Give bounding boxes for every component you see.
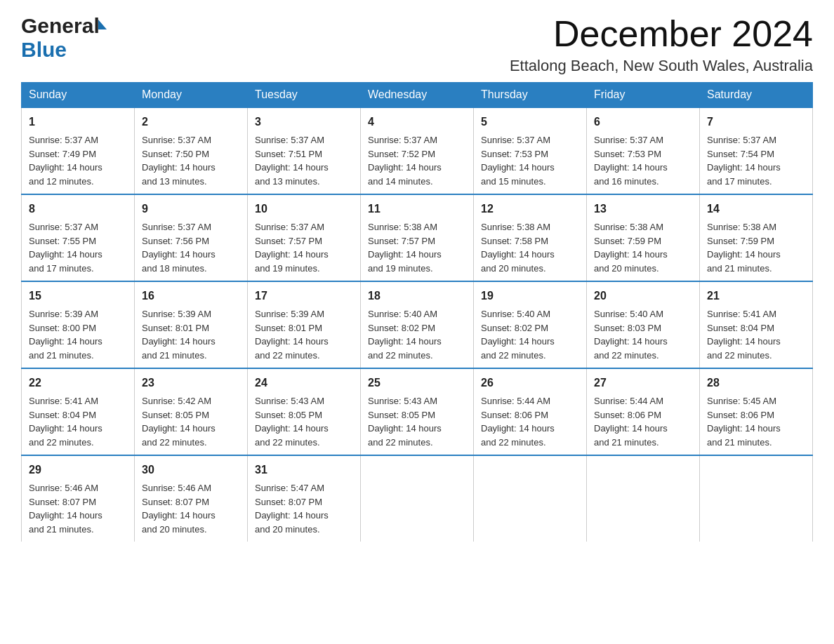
day-info: Sunrise: 5:37 AMSunset: 7:56 PMDaylight:… (142, 222, 216, 274)
day-info: Sunrise: 5:39 AMSunset: 8:01 PMDaylight:… (142, 309, 216, 361)
logo-blue-label: Blue (21, 38, 67, 61)
table-row (700, 455, 813, 542)
day-info: Sunrise: 5:39 AMSunset: 8:01 PMDaylight:… (255, 309, 329, 361)
calendar-week-row: 15 Sunrise: 5:39 AMSunset: 8:00 PMDaylig… (22, 281, 813, 368)
day-info: Sunrise: 5:37 AMSunset: 7:53 PMDaylight:… (594, 135, 668, 187)
day-number: 2 (142, 114, 240, 130)
day-number: 25 (368, 375, 466, 391)
table-row: 25 Sunrise: 5:43 AMSunset: 8:05 PMDaylig… (361, 368, 474, 455)
table-row: 7 Sunrise: 5:37 AMSunset: 7:54 PMDayligh… (700, 107, 813, 194)
day-number: 14 (707, 201, 805, 217)
header-wednesday: Wednesday (361, 83, 474, 108)
table-row (361, 455, 474, 542)
title-area: December 2024 Ettalong Beach, New South … (510, 14, 813, 75)
logo-blue-text: Blue (21, 38, 67, 62)
header-friday: Friday (587, 83, 700, 108)
calendar-week-row: 1 Sunrise: 5:37 AMSunset: 7:49 PMDayligh… (22, 107, 813, 194)
location-title: Ettalong Beach, New South Wales, Austral… (510, 57, 813, 75)
table-row: 29 Sunrise: 5:46 AMSunset: 8:07 PMDaylig… (22, 455, 135, 542)
table-row: 1 Sunrise: 5:37 AMSunset: 7:49 PMDayligh… (22, 107, 135, 194)
day-info: Sunrise: 5:37 AMSunset: 7:50 PMDaylight:… (142, 135, 216, 187)
day-number: 27 (594, 375, 692, 391)
day-number: 11 (368, 201, 466, 217)
calendar-week-row: 8 Sunrise: 5:37 AMSunset: 7:55 PMDayligh… (22, 194, 813, 281)
logo-area: General Blue (21, 14, 107, 62)
table-row: 17 Sunrise: 5:39 AMSunset: 8:01 PMDaylig… (248, 281, 361, 368)
day-info: Sunrise: 5:37 AMSunset: 7:57 PMDaylight:… (255, 222, 329, 274)
header-tuesday: Tuesday (248, 83, 361, 108)
day-number: 10 (255, 201, 353, 217)
day-info: Sunrise: 5:37 AMSunset: 7:51 PMDaylight:… (255, 135, 329, 187)
day-number: 19 (481, 288, 579, 304)
day-number: 29 (29, 462, 127, 478)
day-number: 9 (142, 201, 240, 217)
day-number: 31 (255, 462, 353, 478)
day-number: 15 (29, 288, 127, 304)
day-info: Sunrise: 5:44 AMSunset: 8:06 PMDaylight:… (481, 396, 555, 448)
day-info: Sunrise: 5:41 AMSunset: 8:04 PMDaylight:… (29, 396, 102, 448)
table-row: 10 Sunrise: 5:37 AMSunset: 7:57 PMDaylig… (248, 194, 361, 281)
day-number: 20 (594, 288, 692, 304)
table-row: 9 Sunrise: 5:37 AMSunset: 7:56 PMDayligh… (135, 194, 248, 281)
day-info: Sunrise: 5:42 AMSunset: 8:05 PMDaylight:… (142, 396, 216, 448)
day-info: Sunrise: 5:46 AMSunset: 8:07 PMDaylight:… (142, 483, 216, 535)
day-info: Sunrise: 5:40 AMSunset: 8:02 PMDaylight:… (481, 309, 555, 361)
table-row: 28 Sunrise: 5:45 AMSunset: 8:06 PMDaylig… (700, 368, 813, 455)
day-info: Sunrise: 5:43 AMSunset: 8:05 PMDaylight:… (255, 396, 329, 448)
table-row: 23 Sunrise: 5:42 AMSunset: 8:05 PMDaylig… (135, 368, 248, 455)
day-number: 28 (707, 375, 805, 391)
table-row (587, 455, 700, 542)
table-row: 24 Sunrise: 5:43 AMSunset: 8:05 PMDaylig… (248, 368, 361, 455)
day-number: 17 (255, 288, 353, 304)
table-row: 8 Sunrise: 5:37 AMSunset: 7:55 PMDayligh… (22, 194, 135, 281)
logo-arrow-icon (98, 20, 107, 29)
day-info: Sunrise: 5:46 AMSunset: 8:07 PMDaylight:… (29, 483, 102, 535)
day-number: 3 (255, 114, 353, 130)
day-info: Sunrise: 5:41 AMSunset: 8:04 PMDaylight:… (707, 309, 781, 361)
table-row: 31 Sunrise: 5:47 AMSunset: 8:07 PMDaylig… (248, 455, 361, 542)
day-info: Sunrise: 5:38 AMSunset: 7:59 PMDaylight:… (707, 222, 781, 274)
day-info: Sunrise: 5:37 AMSunset: 7:52 PMDaylight:… (368, 135, 442, 187)
logo-general-text: General (21, 14, 100, 38)
day-number: 21 (707, 288, 805, 304)
day-number: 23 (142, 375, 240, 391)
day-number: 30 (142, 462, 240, 478)
day-info: Sunrise: 5:38 AMSunset: 7:58 PMDaylight:… (481, 222, 555, 274)
table-row: 16 Sunrise: 5:39 AMSunset: 8:01 PMDaylig… (135, 281, 248, 368)
header-sunday: Sunday (22, 83, 135, 108)
table-row: 2 Sunrise: 5:37 AMSunset: 7:50 PMDayligh… (135, 107, 248, 194)
day-info: Sunrise: 5:40 AMSunset: 8:02 PMDaylight:… (368, 309, 442, 361)
header-thursday: Thursday (474, 83, 587, 108)
header-saturday: Saturday (700, 83, 813, 108)
table-row: 19 Sunrise: 5:40 AMSunset: 8:02 PMDaylig… (474, 281, 587, 368)
day-number: 1 (29, 114, 127, 130)
table-row: 6 Sunrise: 5:37 AMSunset: 7:53 PMDayligh… (587, 107, 700, 194)
page-header: General Blue December 2024 Ettalong Beac… (21, 14, 813, 75)
day-info: Sunrise: 5:45 AMSunset: 8:06 PMDaylight:… (707, 396, 781, 448)
day-info: Sunrise: 5:44 AMSunset: 8:06 PMDaylight:… (594, 396, 668, 448)
table-row: 22 Sunrise: 5:41 AMSunset: 8:04 PMDaylig… (22, 368, 135, 455)
day-number: 6 (594, 114, 692, 130)
table-row: 5 Sunrise: 5:37 AMSunset: 7:53 PMDayligh… (474, 107, 587, 194)
table-row: 27 Sunrise: 5:44 AMSunset: 8:06 PMDaylig… (587, 368, 700, 455)
day-info: Sunrise: 5:38 AMSunset: 7:57 PMDaylight:… (368, 222, 442, 274)
calendar-header-row: Sunday Monday Tuesday Wednesday Thursday… (22, 83, 813, 108)
header-monday: Monday (135, 83, 248, 108)
table-row: 18 Sunrise: 5:40 AMSunset: 8:02 PMDaylig… (361, 281, 474, 368)
day-number: 5 (481, 114, 579, 130)
day-info: Sunrise: 5:38 AMSunset: 7:59 PMDaylight:… (594, 222, 668, 274)
day-info: Sunrise: 5:37 AMSunset: 7:54 PMDaylight:… (707, 135, 781, 187)
month-title: December 2024 (510, 14, 813, 54)
calendar-week-row: 22 Sunrise: 5:41 AMSunset: 8:04 PMDaylig… (22, 368, 813, 455)
table-row: 12 Sunrise: 5:38 AMSunset: 7:58 PMDaylig… (474, 194, 587, 281)
day-number: 7 (707, 114, 805, 130)
day-number: 13 (594, 201, 692, 217)
day-info: Sunrise: 5:47 AMSunset: 8:07 PMDaylight:… (255, 483, 329, 535)
day-info: Sunrise: 5:37 AMSunset: 7:53 PMDaylight:… (481, 135, 555, 187)
table-row: 14 Sunrise: 5:38 AMSunset: 7:59 PMDaylig… (700, 194, 813, 281)
day-number: 24 (255, 375, 353, 391)
logo: General (21, 14, 107, 38)
day-number: 26 (481, 375, 579, 391)
table-row (474, 455, 587, 542)
day-info: Sunrise: 5:37 AMSunset: 7:55 PMDaylight:… (29, 222, 102, 274)
